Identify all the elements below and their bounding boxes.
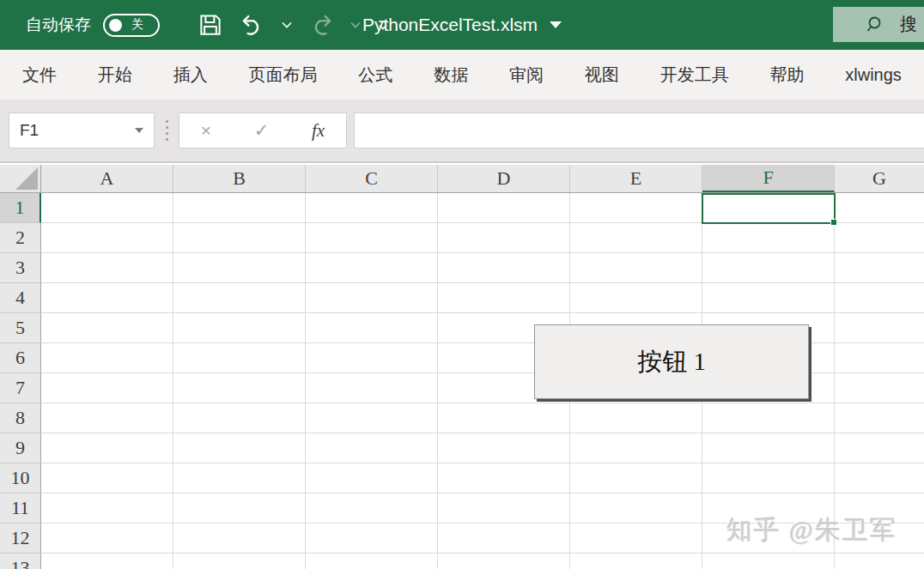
- ribbon-tab-developer[interactable]: 开发工具: [660, 64, 729, 87]
- row-header-8[interactable]: 8: [0, 403, 41, 433]
- cell-B7[interactable]: [173, 373, 306, 403]
- save-button[interactable]: [198, 12, 223, 38]
- row-header-11[interactable]: 11: [0, 493, 41, 524]
- cell-F3[interactable]: [702, 253, 835, 283]
- cell-G10[interactable]: [835, 463, 924, 493]
- cell-E9[interactable]: [570, 433, 702, 463]
- cancel-entry-button[interactable]: ×: [201, 120, 211, 141]
- column-header-B[interactable]: B: [173, 165, 306, 192]
- cell-F11[interactable]: [702, 493, 835, 524]
- column-header-A[interactable]: A: [41, 165, 173, 192]
- cell-B5[interactable]: [173, 313, 306, 343]
- cell-G4[interactable]: [835, 283, 924, 313]
- row-header-4[interactable]: 4: [0, 283, 41, 313]
- row-header-9[interactable]: 9: [0, 433, 41, 463]
- cell-E13[interactable]: [570, 554, 702, 569]
- row-header-1[interactable]: 1: [0, 193, 41, 223]
- cell-C5[interactable]: [306, 313, 438, 343]
- ribbon-tab-file[interactable]: 文件: [22, 64, 57, 87]
- cell-D9[interactable]: [438, 433, 570, 463]
- cell-C8[interactable]: [306, 403, 438, 433]
- cell-A7[interactable]: [41, 373, 173, 403]
- row-header-7[interactable]: 7: [0, 373, 41, 403]
- fill-handle[interactable]: [830, 219, 837, 226]
- cell-C12[interactable]: [306, 524, 438, 554]
- cell-B4[interactable]: [173, 283, 306, 313]
- cell-G6[interactable]: [835, 343, 924, 373]
- cell-C10[interactable]: [306, 463, 438, 493]
- cell-A11[interactable]: [41, 493, 173, 524]
- cell-B12[interactable]: [173, 524, 306, 554]
- cell-G13[interactable]: [835, 554, 924, 569]
- cell-B1[interactable]: [173, 193, 306, 223]
- row-header-3[interactable]: 3: [0, 253, 41, 283]
- row-header-6[interactable]: 6: [0, 343, 41, 373]
- row-header-5[interactable]: 5: [0, 313, 41, 343]
- cell-D4[interactable]: [438, 283, 570, 313]
- cell-F1[interactable]: [702, 193, 835, 223]
- autosave-toggle[interactable]: 关: [103, 14, 160, 37]
- row-header-12[interactable]: 12: [0, 524, 41, 554]
- cell-D10[interactable]: [438, 463, 570, 493]
- cell-F13[interactable]: [702, 554, 835, 569]
- column-header-D[interactable]: D: [438, 165, 570, 192]
- cell-C7[interactable]: [306, 373, 438, 403]
- ribbon-tab-home[interactable]: 开始: [98, 64, 132, 87]
- cell-G5[interactable]: [835, 313, 924, 343]
- row-header-13[interactable]: 13: [0, 554, 41, 569]
- formula-input[interactable]: [354, 112, 924, 148]
- cell-A4[interactable]: [41, 283, 173, 313]
- macro-button[interactable]: 按钮 1: [534, 324, 809, 399]
- cell-G11[interactable]: [835, 493, 924, 524]
- cell-E1[interactable]: [570, 193, 702, 223]
- cell-D13[interactable]: [438, 554, 570, 569]
- redo-dropdown-button[interactable]: [350, 21, 361, 28]
- ribbon-tab-xlwings[interactable]: xlwings: [845, 65, 902, 85]
- formula-bar-resizer[interactable]: [155, 120, 179, 141]
- column-header-E[interactable]: E: [570, 165, 702, 192]
- cell-E2[interactable]: [570, 223, 702, 253]
- cell-A10[interactable]: [41, 463, 173, 493]
- cell-A13[interactable]: [41, 554, 173, 569]
- cell-G2[interactable]: [835, 223, 924, 253]
- ribbon-tab-data[interactable]: 数据: [434, 64, 468, 87]
- cell-E4[interactable]: [570, 283, 702, 313]
- cell-F8[interactable]: [702, 403, 835, 433]
- ribbon-tab-review[interactable]: 审阅: [509, 64, 544, 87]
- column-header-F[interactable]: F: [702, 165, 835, 192]
- column-header-C[interactable]: C: [306, 165, 438, 192]
- cell-B3[interactable]: [173, 253, 306, 283]
- cell-G3[interactable]: [835, 253, 924, 283]
- cell-C4[interactable]: [306, 283, 438, 313]
- cell-A2[interactable]: [41, 223, 173, 253]
- ribbon-tab-view[interactable]: 视图: [585, 64, 619, 87]
- cell-C6[interactable]: [306, 343, 438, 373]
- ribbon-tab-help[interactable]: 帮助: [769, 64, 804, 87]
- cell-G9[interactable]: [835, 433, 924, 463]
- cell-C3[interactable]: [306, 253, 438, 283]
- cell-B10[interactable]: [173, 463, 306, 493]
- undo-dropdown-button[interactable]: [282, 21, 292, 28]
- cell-C13[interactable]: [306, 554, 438, 569]
- undo-button[interactable]: [239, 11, 266, 39]
- cell-A5[interactable]: [41, 313, 173, 343]
- ribbon-tab-page-layout[interactable]: 页面布局: [248, 64, 317, 87]
- redo-button[interactable]: [307, 11, 335, 39]
- ribbon-tab-formulas[interactable]: 公式: [358, 64, 392, 87]
- cell-E8[interactable]: [570, 403, 702, 433]
- ribbon-tab-insert[interactable]: 插入: [173, 64, 208, 87]
- cell-F2[interactable]: [702, 223, 835, 253]
- insert-function-button[interactable]: fx: [312, 120, 325, 142]
- cell-C11[interactable]: [306, 493, 438, 524]
- cell-D2[interactable]: [438, 223, 570, 253]
- cell-A1[interactable]: [41, 193, 173, 223]
- cell-D1[interactable]: [438, 193, 570, 223]
- cell-E12[interactable]: [570, 524, 702, 554]
- cell-A3[interactable]: [41, 253, 173, 283]
- cell-A12[interactable]: [41, 524, 173, 554]
- cell-C2[interactable]: [306, 223, 438, 253]
- row-header-2[interactable]: 2: [0, 223, 41, 253]
- name-box[interactable]: F1: [9, 112, 155, 148]
- cell-D12[interactable]: [438, 524, 570, 554]
- cell-C1[interactable]: [306, 193, 438, 223]
